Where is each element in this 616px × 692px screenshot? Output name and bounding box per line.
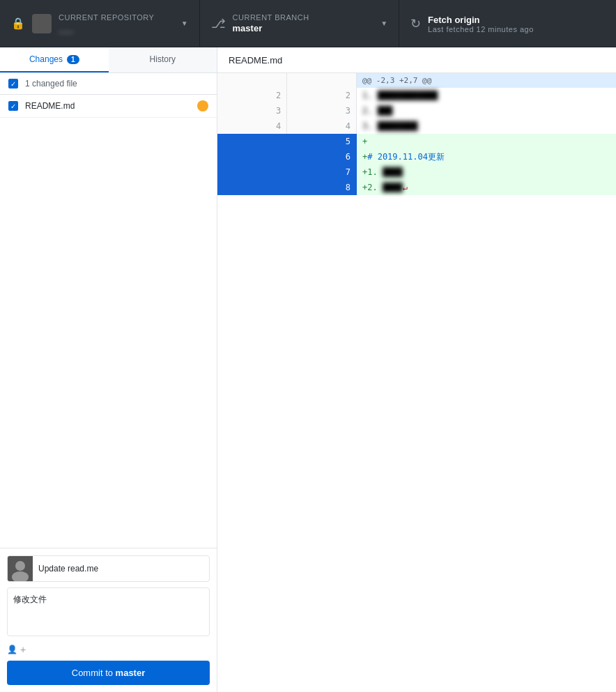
branch-sublabel: Current branch	[233, 13, 374, 22]
table-row: 5 +	[217, 134, 616, 149]
file-checkbox[interactable]: ✓	[8, 101, 18, 111]
diff-file-header: README.md	[217, 47, 616, 73]
file-name: README.md	[25, 101, 197, 111]
line-content: 3. ████████	[356, 118, 616, 134]
fetch-main-label: Fetch origin	[428, 15, 605, 25]
repo-labels: Current repository ___	[59, 13, 174, 33]
new-line-num: 8	[287, 180, 357, 195]
svg-point-1	[15, 561, 25, 571]
line-content: 2. ███	[356, 103, 616, 118]
table-row: 7 +1. ████	[217, 164, 616, 180]
table-row: 6 +# 2019.11.04更新	[217, 149, 616, 164]
commit-button[interactable]: Commit to master	[7, 661, 210, 685]
table-row: 3 3 2. ███	[217, 103, 616, 118]
diff-table: @@ -2,3 +2,7 @@ 2 2 1. ████████████ 3 3 …	[217, 73, 616, 195]
tab-history[interactable]: History	[109, 47, 217, 72]
table-row: 8 +2. ████↵	[217, 180, 616, 195]
list-item[interactable]: ✓ README.md	[0, 95, 217, 118]
avatar	[8, 556, 33, 581]
commit-area: 修改文件 👤 + Commit to master	[0, 548, 217, 692]
commit-description-input[interactable]: 修改文件	[7, 587, 210, 636]
tab-history-label: History	[150, 54, 176, 64]
file-list: ✓ README.md	[0, 95, 217, 548]
tab-changes-label: Changes	[29, 54, 63, 64]
add-coauthor-button[interactable]: 👤 +	[7, 644, 26, 655]
repo-name: ___	[59, 23, 174, 33]
branch-section[interactable]: ⎇ Current branch master ▼	[200, 0, 400, 47]
hunk-new-num	[287, 73, 357, 88]
hunk-header-content: @@ -2,3 +2,7 @@	[356, 73, 616, 88]
new-line-num: 6	[287, 149, 357, 164]
lock-icon: 🔒	[11, 17, 25, 30]
new-line-num: 5	[287, 134, 357, 149]
line-content: +	[356, 134, 616, 149]
main-layout: Changes 1 History ✓ 1 changed file ✓ REA…	[0, 47, 616, 692]
commit-summary-wrapper	[7, 555, 210, 582]
line-content: +2. ████↵	[356, 180, 616, 195]
repo-chevron-icon: ▼	[181, 20, 188, 27]
table-row: 2 2 1. ████████████	[217, 88, 616, 103]
old-line-num: 3	[217, 103, 287, 118]
diff-filename: README.md	[229, 55, 282, 66]
commit-footer: 👤 +	[7, 644, 210, 655]
select-all-checkbox[interactable]: ✓	[8, 79, 18, 89]
left-panel: Changes 1 History ✓ 1 changed file ✓ REA…	[0, 47, 217, 692]
old-line-num	[217, 164, 287, 180]
old-line-num: 4	[217, 118, 287, 134]
repo-section[interactable]: 🔒 Current repository ___ ▼	[0, 0, 200, 47]
commit-branch-label: master	[116, 668, 146, 678]
line-content: 1. ████████████	[356, 88, 616, 103]
repo-icon	[32, 14, 52, 33]
branch-name: master	[233, 23, 374, 33]
changed-count-label: 1 changed file	[25, 79, 77, 89]
changed-files-header: ✓ 1 changed file	[0, 73, 217, 95]
tabs-bar: Changes 1 History	[0, 47, 217, 73]
toolbar: 🔒 Current repository ___ ▼ ⎇ Current bra…	[0, 0, 616, 47]
tab-changes[interactable]: Changes 1	[0, 47, 109, 72]
fetch-sub-label: Last fetched 12 minutes ago	[428, 25, 605, 33]
new-line-num: 7	[287, 164, 357, 180]
branch-chevron-icon: ▼	[380, 20, 387, 27]
old-line-num	[217, 149, 287, 164]
repo-sublabel: Current repository	[59, 13, 174, 22]
hunk-old-num	[217, 73, 287, 88]
new-line-num: 4	[287, 118, 357, 134]
old-line-num	[217, 180, 287, 195]
refresh-icon: ↻	[410, 16, 421, 31]
old-line-num: 2	[217, 88, 287, 103]
coauthor-label: +	[20, 644, 26, 655]
file-modified-badge	[197, 100, 208, 112]
line-content: +1. ████	[356, 164, 616, 180]
branch-labels: Current branch master	[233, 13, 374, 33]
fetch-labels: Fetch origin Last fetched 12 minutes ago	[428, 13, 605, 33]
branch-icon: ⎇	[211, 16, 226, 31]
old-line-num	[217, 134, 287, 149]
new-line-num: 3	[287, 103, 357, 118]
diff-content: @@ -2,3 +2,7 @@ 2 2 1. ████████████ 3 3 …	[217, 73, 616, 692]
new-line-num: 2	[287, 88, 357, 103]
diff-hunk-header-row: @@ -2,3 +2,7 @@	[217, 73, 616, 88]
fetch-section[interactable]: ↻ Fetch origin Last fetched 12 minutes a…	[399, 0, 616, 47]
commit-summary-input[interactable]	[33, 558, 209, 579]
line-content: +# 2019.11.04更新	[356, 149, 616, 164]
right-panel: README.md @@ -2,3 +2,7 @@ 2 2 1. ███████…	[217, 47, 616, 692]
person-icon: 👤	[7, 645, 17, 654]
table-row: 4 4 3. ████████	[217, 118, 616, 134]
tab-changes-badge: 1	[67, 55, 79, 64]
